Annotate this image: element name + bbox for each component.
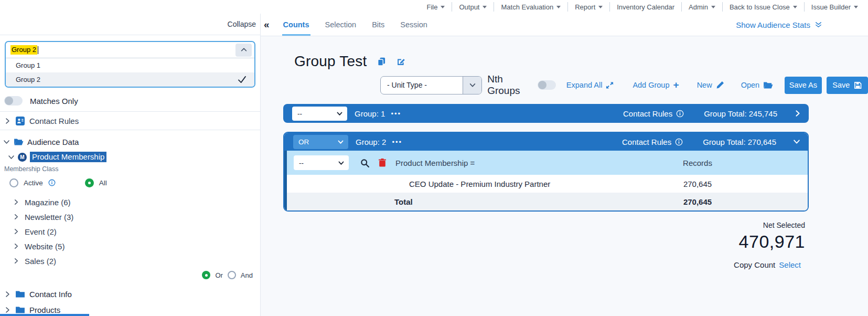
tree-audience-data[interactable]: Audience Data	[0, 135, 260, 149]
more-options-icon[interactable]: •••	[391, 110, 401, 118]
trash-icon[interactable]	[379, 159, 386, 167]
info-icon	[675, 138, 683, 146]
collapse-sidebar-icon[interactable]: «	[264, 19, 270, 30]
open-link[interactable]: Open	[741, 81, 773, 89]
menu-output[interactable]: Output	[452, 2, 494, 12]
nth-groups-toggle[interactable]	[538, 80, 556, 90]
group-search-input[interactable]: Group 2	[6, 42, 254, 58]
chevron-right-icon	[4, 291, 11, 298]
tab-bits[interactable]: Bits	[372, 14, 384, 36]
tab-session[interactable]: Session	[400, 14, 427, 36]
rule-header-row: -- Product Membership =	[287, 151, 808, 175]
search-text-highlighted: Group 2	[10, 45, 37, 55]
tree-label: Contact Info	[29, 290, 72, 299]
chevron-down-icon	[8, 154, 15, 161]
expand-all-link[interactable]: Expand All	[566, 81, 614, 89]
radio-label: All	[99, 179, 107, 187]
membership-class-label: Membership Class	[4, 165, 260, 173]
tree-label-selected: Product Membership	[30, 152, 106, 162]
add-group-link[interactable]: Add Group +	[633, 79, 679, 91]
menu-admin[interactable]: Admin	[682, 2, 723, 12]
caret-down-icon	[556, 6, 561, 8]
show-audience-stats-link[interactable]: Show Audience Stats	[736, 20, 823, 29]
net-selected-block: Net Selected 470,971 Copy Count Select	[734, 221, 805, 269]
select-value: OR	[298, 138, 309, 146]
combobox-collapse-button[interactable]	[235, 44, 252, 57]
checkmark-icon	[238, 76, 246, 83]
radio-active[interactable]	[9, 178, 18, 187]
app-window: File Output Match Evaluation Report Inve…	[0, 0, 868, 316]
menu-match-evaluation[interactable]: Match Evaluation	[494, 2, 568, 12]
matches-only-row: Matches Only	[4, 95, 260, 107]
save-as-button[interactable]: Save As	[785, 77, 822, 94]
info-icon[interactable]	[48, 179, 56, 186]
group-1-contact-rules[interactable]: Contact Rules	[623, 109, 684, 118]
horizontal-scrollbar[interactable]	[0, 314, 89, 316]
new-link[interactable]: New	[697, 81, 724, 89]
sidebar-collapse-row: Collapse	[0, 14, 260, 35]
save-button[interactable]: Save	[827, 77, 868, 94]
tab-selection[interactable]: Selection	[325, 14, 357, 36]
tree-label: Contact Rules	[29, 117, 79, 125]
tree-item-magazine[interactable]: Magazine (6)	[0, 195, 260, 209]
copy-icon[interactable]	[377, 57, 386, 66]
button-label: Save	[832, 81, 850, 89]
tree-label: Products	[29, 306, 60, 314]
rule-operator-select[interactable]: --	[294, 155, 349, 170]
copy-count-select-link[interactable]: Select	[779, 260, 801, 269]
more-options-icon[interactable]: •••	[392, 138, 402, 146]
menu-label: Admin	[689, 3, 708, 11]
radio-or[interactable]	[202, 271, 210, 279]
rule-value-name: CEO Update - Premium Industry Partner	[287, 180, 550, 188]
tree-item-website[interactable]: Website (5)	[0, 239, 260, 254]
group-1-operator-select[interactable]: --	[292, 107, 347, 121]
tree-contact-rules[interactable]: Contact Rules	[0, 112, 260, 130]
chevron-up-icon	[240, 46, 248, 54]
collapse-button[interactable]: Collapse	[228, 20, 256, 28]
menu-inventory-calendar[interactable]: Inventory Calendar	[610, 2, 682, 12]
group-2-body: -- Product Membership =	[284, 151, 808, 210]
chevron-right-icon	[13, 199, 19, 205]
group-2-operator-select[interactable]: OR	[293, 135, 348, 149]
group-2-collapse-chevron[interactable]	[793, 138, 808, 145]
unit-type-select[interactable]: - Unit Type -	[380, 76, 482, 94]
tree-item-newsletter[interactable]: Newsletter (3)	[0, 209, 260, 224]
group-2-contact-rules[interactable]: Contact Rules	[622, 138, 683, 146]
rule-field-label: Product Membership =	[395, 159, 475, 167]
matches-only-label: Matches Only	[30, 97, 78, 106]
save-icon	[854, 81, 862, 89]
edit-icon[interactable]	[397, 57, 405, 66]
tree-product-membership[interactable]: M Product Membership	[0, 151, 260, 163]
tree-contact-info[interactable]: Contact Info	[0, 287, 260, 301]
link-label: Add Group	[633, 81, 669, 89]
search-icon[interactable]	[360, 159, 369, 167]
caret-down-icon	[711, 6, 715, 8]
menu-file[interactable]: File	[420, 2, 453, 12]
menu-label: Output	[459, 3, 479, 11]
radio-and[interactable]	[228, 271, 236, 279]
tree-item-event[interactable]: Event (2)	[0, 224, 260, 239]
group-option-2[interactable]: Group 2	[6, 72, 254, 87]
chevron-right-icon	[13, 243, 19, 249]
tree-label: Event (2)	[25, 227, 57, 236]
menu-report[interactable]: Report	[568, 2, 610, 12]
tree-item-sales[interactable]: Sales (2)	[0, 254, 260, 268]
tabs: Counts Selection Bits Session	[283, 14, 427, 36]
total-count: 270,645	[666, 197, 729, 206]
pencil-icon	[716, 81, 724, 89]
top-menu-bar: File Output Match Evaluation Report Inve…	[0, 0, 868, 14]
menu-issue-builder[interactable]: Issue Builder	[805, 2, 865, 12]
group-1-expand-chevron[interactable]	[794, 110, 809, 117]
folder-open-icon	[763, 81, 773, 89]
group-option-1[interactable]: Group 1	[6, 58, 254, 72]
tree-label: Magazine (6)	[25, 198, 71, 207]
radio-label: Or	[215, 271, 222, 279]
tab-counts[interactable]: Counts	[283, 14, 309, 36]
rule-value-row[interactable]: CEO Update - Premium Industry Partner 27…	[287, 175, 808, 193]
menu-label: File	[427, 3, 438, 11]
main-area: « Counts Selection Bits Session Show Aud…	[261, 14, 868, 316]
rule-total-row: Total 270,645	[287, 193, 808, 210]
radio-all[interactable]	[85, 178, 94, 187]
menu-back-to-issue-close[interactable]: Back to Issue Close	[723, 2, 805, 12]
matches-only-toggle[interactable]	[4, 96, 23, 106]
